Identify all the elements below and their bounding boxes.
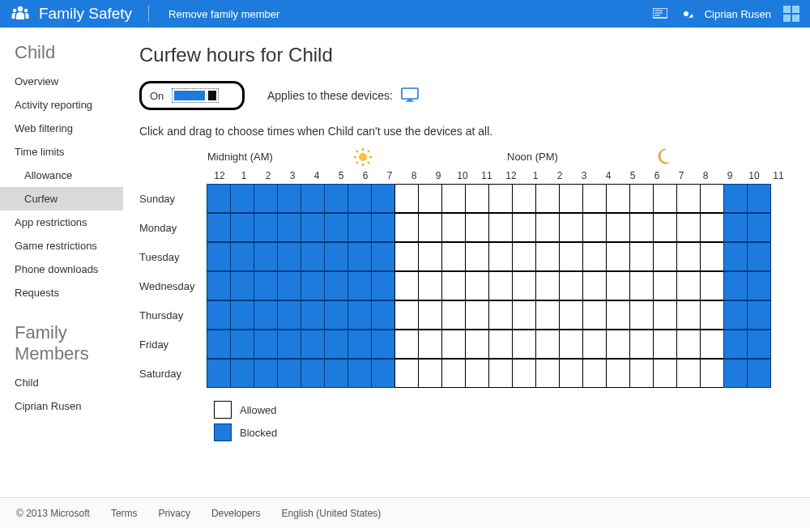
sidebar-member-child[interactable]: Child (0, 371, 123, 394)
cell-friday-5[interactable] (324, 330, 348, 359)
cell-wednesday-14[interactable] (535, 271, 560, 300)
cell-monday-15[interactable] (559, 213, 583, 242)
cell-thursday-16[interactable] (582, 300, 607, 330)
cell-sunday-2[interactable] (254, 184, 278, 213)
cell-tuesday-18[interactable] (629, 242, 654, 271)
cell-wednesday-12[interactable] (488, 271, 513, 300)
cell-sunday-11[interactable] (465, 184, 489, 213)
cell-thursday-12[interactable] (488, 300, 513, 330)
cell-thursday-14[interactable] (535, 300, 560, 330)
cell-tuesday-14[interactable] (535, 242, 560, 271)
cell-friday-15[interactable] (559, 330, 583, 359)
cell-saturday-6[interactable] (347, 359, 372, 388)
cell-sunday-17[interactable] (606, 184, 630, 213)
cell-tuesday-10[interactable] (441, 242, 466, 271)
cell-monday-21[interactable] (700, 213, 724, 242)
cell-sunday-8[interactable] (394, 184, 419, 213)
cell-sunday-14[interactable] (535, 184, 560, 213)
cell-friday-19[interactable] (653, 330, 677, 359)
user-name[interactable]: Ciprian Rusen (705, 8, 771, 20)
cell-sunday-1[interactable] (230, 184, 254, 213)
cell-tuesday-21[interactable] (700, 242, 724, 271)
cell-tuesday-8[interactable] (394, 242, 419, 271)
cell-tuesday-3[interactable] (277, 242, 301, 271)
cell-monday-0[interactable] (207, 213, 231, 242)
cell-thursday-1[interactable] (230, 300, 254, 330)
cell-thursday-15[interactable] (559, 300, 583, 330)
cell-tuesday-22[interactable] (723, 242, 748, 271)
cell-sunday-21[interactable] (700, 184, 724, 213)
sidebar-item-web-filtering[interactable]: Web filtering (0, 117, 123, 140)
cell-sunday-9[interactable] (418, 184, 442, 213)
cell-tuesday-11[interactable] (465, 242, 489, 271)
cell-saturday-7[interactable] (371, 359, 395, 388)
cell-friday-0[interactable] (207, 330, 231, 359)
cell-saturday-1[interactable] (230, 359, 254, 388)
cell-saturday-4[interactable] (301, 359, 325, 388)
sidebar-item-phone-downloads[interactable]: Phone downloads (0, 257, 123, 281)
cell-wednesday-6[interactable] (347, 271, 372, 300)
cell-friday-10[interactable] (441, 330, 466, 359)
cell-monday-2[interactable] (254, 213, 278, 242)
cell-wednesday-17[interactable] (606, 271, 630, 300)
cell-friday-17[interactable] (606, 330, 630, 359)
cell-friday-22[interactable] (723, 330, 748, 359)
sidebar-item-allowance[interactable]: Allowance (0, 164, 123, 187)
cell-sunday-10[interactable] (441, 184, 466, 213)
cell-saturday-0[interactable] (207, 359, 231, 388)
cell-monday-11[interactable] (465, 213, 489, 242)
remove-family-member-link[interactable]: Remove family member (168, 8, 279, 20)
cell-tuesday-19[interactable] (653, 242, 677, 271)
cell-thursday-17[interactable] (606, 300, 630, 330)
cell-wednesday-20[interactable] (676, 271, 701, 300)
cell-friday-4[interactable] (301, 330, 325, 359)
cell-sunday-0[interactable] (207, 184, 231, 213)
cell-thursday-9[interactable] (418, 300, 442, 330)
cell-saturday-21[interactable] (700, 359, 724, 388)
cell-wednesday-21[interactable] (700, 271, 724, 300)
cell-wednesday-22[interactable] (723, 271, 748, 300)
cell-monday-18[interactable] (629, 213, 654, 242)
cell-monday-6[interactable] (347, 213, 372, 242)
cell-tuesday-17[interactable] (606, 242, 630, 271)
cell-sunday-22[interactable] (723, 184, 748, 213)
cell-thursday-22[interactable] (723, 300, 748, 330)
cell-tuesday-16[interactable] (582, 242, 607, 271)
footer-link-developers[interactable]: Developers (211, 508, 261, 519)
cell-wednesday-11[interactable] (465, 271, 489, 300)
cell-monday-5[interactable] (324, 213, 348, 242)
cell-thursday-8[interactable] (394, 300, 419, 330)
cell-friday-21[interactable] (700, 330, 724, 359)
cell-wednesday-18[interactable] (629, 271, 654, 300)
cell-thursday-18[interactable] (629, 300, 654, 330)
cell-monday-1[interactable] (230, 213, 254, 242)
cell-tuesday-20[interactable] (676, 242, 701, 271)
cell-wednesday-3[interactable] (277, 271, 301, 300)
cell-tuesday-12[interactable] (488, 242, 513, 271)
cell-friday-18[interactable] (629, 330, 654, 359)
cell-friday-11[interactable] (465, 330, 489, 359)
cell-monday-8[interactable] (394, 213, 419, 242)
cell-wednesday-19[interactable] (653, 271, 677, 300)
cell-friday-14[interactable] (535, 330, 560, 359)
cell-thursday-2[interactable] (254, 300, 278, 330)
cell-tuesday-1[interactable] (230, 242, 254, 271)
cell-sunday-7[interactable] (371, 184, 395, 213)
cell-tuesday-15[interactable] (559, 242, 583, 271)
sidebar-item-activity-reporting[interactable]: Activity reporting (0, 93, 123, 117)
cell-saturday-9[interactable] (418, 359, 442, 388)
cell-wednesday-4[interactable] (301, 271, 325, 300)
cell-saturday-5[interactable] (324, 359, 348, 388)
cell-monday-4[interactable] (301, 213, 325, 242)
cell-monday-23[interactable] (747, 213, 771, 242)
cell-sunday-4[interactable] (301, 184, 325, 213)
footer-link-privacy[interactable]: Privacy (159, 508, 190, 519)
cell-friday-3[interactable] (277, 330, 301, 359)
sidebar-item-app-restrictions[interactable]: App restrictions (0, 211, 123, 234)
cell-sunday-23[interactable] (747, 184, 771, 213)
cell-friday-9[interactable] (418, 330, 442, 359)
sidebar-item-overview[interactable]: Overview (0, 70, 123, 93)
cell-tuesday-0[interactable] (207, 242, 231, 271)
cell-friday-7[interactable] (371, 330, 395, 359)
cell-monday-10[interactable] (441, 213, 466, 242)
